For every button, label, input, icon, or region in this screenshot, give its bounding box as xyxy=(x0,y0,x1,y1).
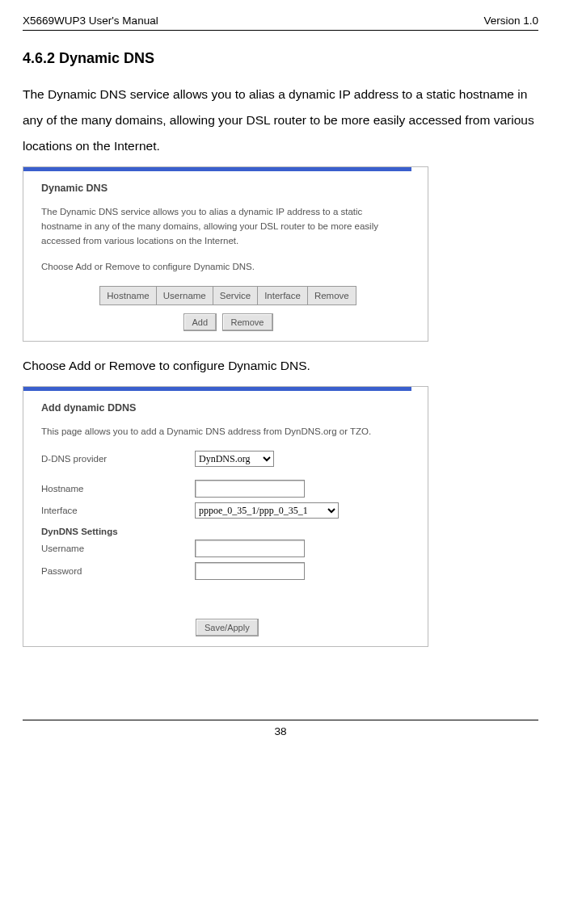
add-button[interactable]: Add xyxy=(183,313,217,331)
label-provider: D-DNS provider xyxy=(41,454,195,464)
label-hostname: Hostname xyxy=(41,484,195,494)
page-footer: 38 xyxy=(23,720,538,737)
label-password: Password xyxy=(41,566,195,576)
panel-title: Dynamic DNS xyxy=(41,183,415,194)
panel-instruction: Choose Add or Remove to configure Dynami… xyxy=(41,260,397,275)
intro-paragraph: The Dynamic DNS service allows you to al… xyxy=(23,82,538,158)
label-username: Username xyxy=(41,544,195,553)
label-interface: Interface xyxy=(41,506,195,515)
screenshot-add-ddns: Add dynamic DDNS This page allows you to… xyxy=(23,386,428,647)
header-left: X5669WUP3 User's Manual xyxy=(23,15,158,27)
provider-select[interactable]: DynDNS.org xyxy=(195,451,274,467)
dyndns-settings-title: DynDNS Settings xyxy=(41,527,415,536)
col-service: Service xyxy=(213,286,257,304)
panel-description: The Dynamic DNS service allows you to al… xyxy=(41,205,397,248)
username-input[interactable] xyxy=(195,540,305,557)
table-header-row: Hostname Username Service Interface Remo… xyxy=(100,286,356,304)
screenshot-dynamic-dns-list: Dynamic DNS The Dynamic DNS service allo… xyxy=(23,166,428,341)
col-interface: Interface xyxy=(258,286,308,304)
panel-title: Add dynamic DDNS xyxy=(41,402,415,414)
header-divider xyxy=(23,30,538,31)
panel-description: This page allows you to add a Dynamic DN… xyxy=(41,425,397,439)
hostname-input[interactable] xyxy=(195,480,305,498)
save-apply-button[interactable]: Save/Apply xyxy=(196,619,259,636)
col-username: Username xyxy=(156,286,213,304)
page-number: 38 xyxy=(274,725,286,737)
interface-select[interactable]: pppoe_0_35_1/ppp_0_35_1 xyxy=(195,502,339,519)
col-hostname: Hostname xyxy=(100,286,156,304)
password-input[interactable] xyxy=(195,562,305,580)
ddns-table: Hostname Username Service Interface Remo… xyxy=(99,286,356,305)
remove-button[interactable]: Remove xyxy=(222,313,273,331)
header-right: Version 1.0 xyxy=(483,15,538,27)
mid-instruction: Choose Add or Remove to configure Dynami… xyxy=(23,353,538,379)
section-title: 4.6.2 Dynamic DNS xyxy=(23,50,538,67)
col-remove: Remove xyxy=(307,286,356,304)
